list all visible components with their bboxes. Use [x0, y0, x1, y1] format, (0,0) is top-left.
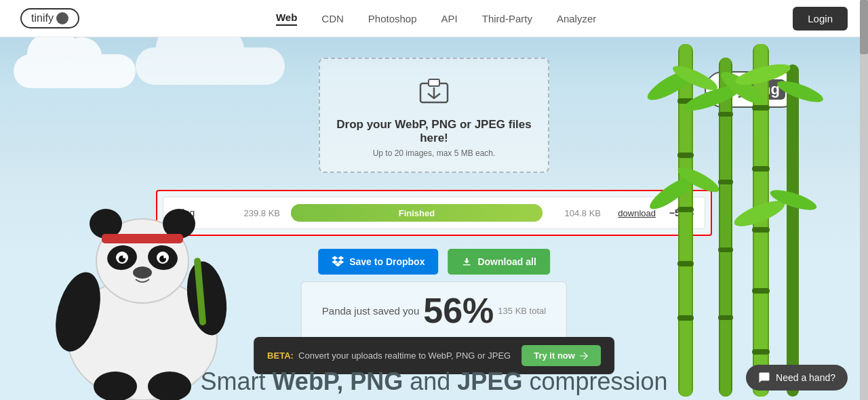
svg-rect-15 — [677, 315, 694, 321]
login-button[interactable]: Login — [793, 7, 848, 31]
svg-point-52 — [133, 266, 152, 279]
savings-percent-big: 56% — [423, 293, 494, 328]
hero: tiny png Drop your WebP, PNG or JPEG fil… — [0, 37, 868, 400]
dropzone[interactable]: Drop your WebP, PNG or JPEG files here! … — [319, 58, 549, 173]
nav-links: Web CDN Photoshop API Third-Party Analyz… — [276, 12, 596, 26]
panda-svg — [41, 163, 244, 400]
dropzone-wrap: Drop your WebP, PNG or JPEG files here! … — [319, 58, 549, 173]
download-all-label: Download all — [477, 256, 536, 267]
svg-point-39 — [148, 372, 191, 400]
svg-rect-17 — [718, 180, 733, 184]
beta-text: BETA: Convert your uploads realtime to W… — [267, 351, 511, 361]
bamboo-svg — [637, 44, 827, 397]
cloud-2 — [136, 47, 285, 85]
chat-icon — [758, 372, 770, 384]
navbar: tinify Web CDN Photoshop API Third-Party… — [0, 0, 868, 37]
svg-rect-18 — [718, 247, 733, 252]
bottom-heading-text: Smart WebP, PNG and JPEG compression — [201, 367, 668, 395]
svg-rect-14 — [677, 261, 694, 266]
svg-rect-21 — [752, 166, 770, 172]
arrow-icon — [579, 351, 589, 361]
svg-rect-22 — [752, 227, 770, 233]
nav-cdn[interactable]: CDN — [321, 13, 344, 24]
dropbox-icon — [332, 256, 344, 268]
nav-web[interactable]: Web — [276, 12, 297, 26]
svg-point-50 — [123, 256, 125, 258]
svg-rect-5 — [679, 44, 692, 397]
savings-box: Panda just saved you 56% 135 KB total — [301, 281, 567, 340]
svg-rect-10 — [787, 64, 799, 397]
panda-wrap — [41, 163, 244, 400]
beta-description: Convert your uploads realtime to WebP, P… — [298, 351, 511, 361]
logo-dot — [56, 12, 68, 24]
svg-rect-7 — [720, 58, 731, 397]
compressed-size: 104.8 KB — [553, 208, 601, 218]
need-hand-label: Need a hand? — [776, 372, 835, 383]
svg-point-51 — [163, 256, 166, 258]
logo-text: tinify — [31, 12, 54, 24]
save-dropbox-label: Save to Dropbox — [349, 256, 425, 267]
table-row: 1.jpg 239.8 KB Finished 104.8 KB downloa… — [163, 197, 705, 229]
svg-rect-2 — [429, 79, 439, 86]
svg-rect-53 — [102, 234, 183, 243]
svg-point-30 — [775, 77, 825, 106]
svg-rect-12 — [677, 153, 694, 158]
nav-photoshop[interactable]: Photoshop — [368, 13, 417, 24]
svg-point-38 — [94, 372, 137, 400]
dropzone-subtitle: Up to 20 images, max 5 MB each. — [334, 148, 534, 158]
nav-analyzer[interactable]: Analyzer — [557, 13, 596, 24]
bamboo-wrap — [637, 44, 827, 397]
svg-rect-13 — [677, 207, 694, 212]
savings-prefix: Panda just saved you — [322, 305, 419, 317]
try-now-button[interactable]: Try it now — [521, 345, 601, 366]
beta-badge: BETA: — [267, 351, 294, 361]
logo[interactable]: tinify — [20, 8, 79, 28]
cloud-1 — [14, 54, 136, 88]
action-buttons: Save to Dropbox Download all — [318, 249, 550, 275]
download-all-button[interactable]: Download all — [448, 249, 549, 275]
progress-bar: Finished — [291, 204, 542, 222]
svg-rect-23 — [752, 288, 770, 294]
savings-total: 135 KB total — [498, 306, 546, 316]
scrollbar[interactable] — [860, 0, 868, 400]
progress-label: Finished — [399, 208, 435, 218]
upload-icon — [334, 78, 534, 111]
scrollbar-thumb[interactable] — [860, 0, 868, 54]
svg-rect-20 — [752, 105, 770, 111]
svg-rect-16 — [718, 112, 733, 117]
savings-summary: Panda just saved you 56% 135 KB total — [322, 293, 546, 328]
need-hand-button[interactable]: Need a hand? — [746, 365, 848, 391]
svg-rect-3 — [463, 264, 471, 265]
nav-third-party[interactable]: Third-Party — [482, 13, 532, 24]
download-icon — [461, 256, 472, 267]
nav-api[interactable]: API — [441, 13, 458, 24]
logo-pill: tinify — [20, 8, 79, 28]
svg-rect-24 — [752, 349, 770, 355]
save-dropbox-button[interactable]: Save to Dropbox — [318, 249, 438, 275]
try-now-label: Try it now — [534, 351, 575, 361]
dropzone-title: Drop your WebP, PNG or JPEG files here! — [334, 118, 534, 145]
svg-rect-19 — [718, 315, 733, 320]
